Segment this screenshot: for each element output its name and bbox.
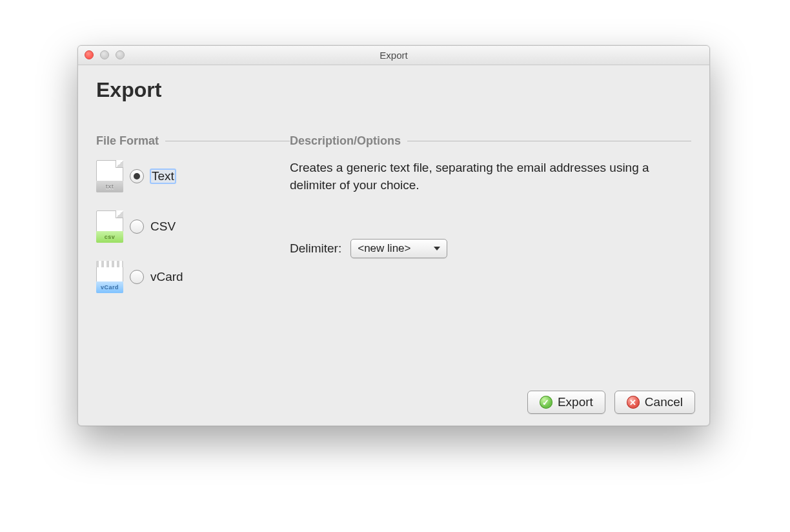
window-title: Export [380, 50, 407, 61]
format-description: Creates a generic text file, separating … [290, 159, 651, 194]
divider [407, 141, 691, 141]
delimiter-value: <new line> [358, 242, 410, 255]
dialog-content: Export File Format txt Text [78, 65, 709, 323]
file-format-section: File Format txt Text csv [96, 134, 290, 311]
format-radio-vcard[interactable] [130, 270, 144, 284]
window-controls [85, 50, 125, 59]
export-button-label: Export [558, 395, 593, 409]
dialog-footer: ✓ Export ✕ Cancel [527, 391, 695, 414]
close-icon: ✕ [627, 396, 640, 409]
csv-file-icon: csv [96, 210, 123, 243]
cancel-button[interactable]: ✕ Cancel [614, 391, 695, 414]
vcard-file-icon: vCard [96, 261, 123, 293]
txt-file-icon: txt [96, 160, 123, 192]
format-label-vcard: vCard [150, 270, 183, 284]
format-option-vcard[interactable]: vCard vCard [96, 260, 290, 294]
format-radio-csv[interactable] [130, 220, 144, 234]
page-title: Export [96, 78, 691, 102]
format-radio-text[interactable] [130, 169, 144, 183]
minimize-window-button[interactable] [100, 50, 109, 59]
divider [165, 141, 290, 141]
delimiter-label: Delimiter: [290, 241, 341, 256]
description-heading: Description/Options [290, 134, 401, 148]
close-window-button[interactable] [85, 50, 94, 59]
export-button[interactable]: ✓ Export [527, 391, 605, 414]
zoom-window-button[interactable] [116, 50, 125, 59]
format-label-text: Text [150, 169, 176, 183]
delimiter-dropdown[interactable]: <new line> [350, 239, 447, 258]
cancel-button-label: Cancel [645, 395, 683, 409]
titlebar: Export [78, 46, 709, 65]
format-label-csv: CSV [150, 220, 176, 234]
chevron-down-icon [434, 247, 440, 251]
delimiter-row: Delimiter: <new line> [290, 239, 691, 258]
export-dialog: Export Export File Format txt Text [77, 45, 710, 426]
format-option-csv[interactable]: csv CSV [96, 210, 290, 243]
format-option-text[interactable]: txt Text [96, 159, 290, 193]
description-section: Description/Options Creates a generic te… [290, 134, 691, 311]
check-icon: ✓ [540, 396, 552, 409]
file-format-heading: File Format [96, 134, 159, 148]
